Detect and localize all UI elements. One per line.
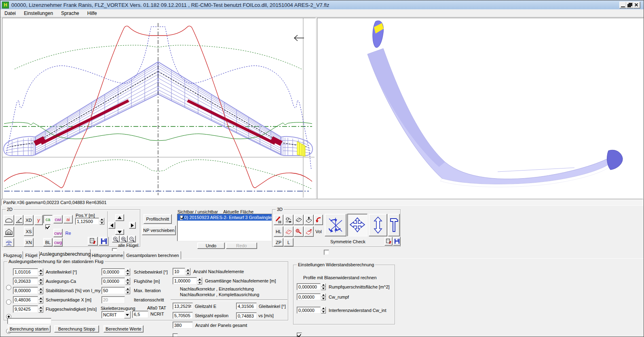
blasenwiderstand-checkbox[interactable]	[297, 333, 302, 337]
stabilitaetsmass-spinner[interactable]	[38, 287, 43, 294]
undo-3d-button[interactable]	[314, 215, 323, 225]
menu-hilfe[interactable]: Hilfe	[83, 10, 101, 17]
symmetrie-check-checkbox[interactable]	[324, 250, 329, 255]
zoom-in-button[interactable]	[112, 236, 120, 242]
close-button[interactable]	[633, 2, 640, 8]
panel-flat-button[interactable]	[294, 215, 304, 225]
surface-visible-checkbox[interactable]	[180, 215, 182, 219]
rumpfflaeche-input[interactable]	[297, 283, 321, 290]
umbrella-view-button[interactable]	[4, 238, 14, 247]
flughoehe-spinner[interactable]	[125, 278, 130, 285]
ncrit-value-input[interactable]	[132, 311, 148, 318]
stabilitaetsmass-input[interactable]	[13, 287, 38, 294]
cwg-toggle-button[interactable]: cwg	[53, 238, 63, 246]
nachlauf-laenge-spinner[interactable]	[197, 277, 202, 284]
geschwindigkeit-spinner[interactable]	[38, 305, 43, 313]
copy-plot-button[interactable]	[88, 237, 98, 246]
nachlauf-anzahl-spinner[interactable]	[186, 268, 190, 275]
l-button[interactable]: L	[284, 238, 293, 246]
ca-toggle-button[interactable]: ca	[43, 215, 53, 223]
rotate-3d-button[interactable]	[325, 214, 346, 236]
pan-left-button[interactable]	[108, 222, 115, 229]
posy-input[interactable]	[75, 218, 99, 225]
radio-auslegungs-ca[interactable]	[6, 299, 11, 305]
cwv-toggle-button[interactable]: cwv	[53, 229, 63, 237]
schwerpunkt-input[interactable]	[13, 296, 38, 303]
undo-button[interactable]: Undo	[197, 242, 225, 249]
re-toggle-button[interactable]: Re	[63, 229, 73, 237]
panel-red-button[interactable]	[284, 226, 293, 237]
zoom-reset-button[interactable]	[120, 236, 128, 242]
geschwindigkeit-input[interactable]	[13, 305, 38, 313]
rumpfflaeche-spinner[interactable]	[321, 283, 326, 290]
anstellwinkel-input[interactable]	[13, 268, 38, 276]
schiebewinkel-spinner[interactable]	[125, 268, 130, 276]
radio-anstellwinkel[interactable]	[6, 285, 11, 290]
menu-datei[interactable]: Datei	[0, 10, 20, 17]
tab-auslegungsberechnung[interactable]: Auslegungsberechnung	[40, 249, 91, 259]
schwerpunkt-spinner[interactable]	[38, 296, 43, 303]
np-verschieben-button[interactable]: NP verschieben	[142, 225, 176, 235]
title-bar[interactable]: H 00000, Lizenznehmer Frank Ranis, FLZ_V…	[0, 0, 644, 9]
hl-button[interactable]: HL	[274, 226, 283, 237]
vertical-move-button[interactable]	[369, 214, 387, 236]
cw-int-input[interactable]	[297, 307, 321, 314]
bl-toggle-button[interactable]: BL	[43, 238, 53, 246]
restore-button[interactable]	[626, 2, 633, 8]
minimize-button[interactable]	[619, 2, 627, 8]
pan-up-button[interactable]	[115, 214, 124, 221]
tab-gesamtpolaren[interactable]: Gesamtpolaren berechnen	[124, 251, 181, 259]
berechnete-werte-button[interactable]: Berechnete Werte	[103, 325, 144, 333]
tab-flugzeug[interactable]: Flugzeug	[2, 251, 23, 259]
hangar-view-button[interactable]	[4, 227, 14, 237]
ncrit-select[interactable]: NCRIT	[101, 311, 131, 318]
pan-down-button[interactable]	[115, 229, 124, 235]
zoom-out-button[interactable]	[128, 236, 136, 242]
menu-sprache[interactable]: Sprache	[57, 10, 83, 17]
airfoil-view-button[interactable]	[4, 215, 14, 225]
xd-button[interactable]: XD	[24, 215, 34, 225]
screw-button[interactable]	[294, 226, 304, 237]
ncrit-dropdown-arrow[interactable]	[124, 311, 131, 318]
auslegungs-ca-input[interactable]	[13, 278, 38, 285]
nk-einzel-checkbox[interactable]	[173, 333, 178, 337]
gamma-toggle-button[interactable]: γ	[34, 215, 43, 225]
copy-3d-button[interactable]	[384, 237, 393, 246]
panel-up-button[interactable]	[304, 215, 314, 225]
posy-spinner[interactable]	[99, 218, 104, 225]
surface-list-item[interactable]: 0) 20150923 ARES-2- Entwurf 3 Großwingle	[177, 214, 272, 221]
view-3d-panel[interactable]	[317, 18, 644, 199]
alpha-button[interactable]	[284, 215, 293, 225]
auslegungs-ca-spinner[interactable]	[38, 278, 43, 285]
plot-2d-panel[interactable]	[2, 18, 316, 199]
paint-button[interactable]	[274, 215, 283, 225]
flughoehe-input[interactable]	[101, 278, 125, 285]
zp-button[interactable]: ZP	[274, 238, 283, 246]
xs-button[interactable]: XS	[24, 227, 34, 236]
cwi-toggle-button[interactable]: cwi	[53, 215, 63, 223]
surface-listbox[interactable]: 0) 20150923 ARES-2- Entwurf 3 Großwingle	[177, 214, 272, 241]
anstellwinkel-spinner[interactable]	[38, 268, 43, 276]
tab-hilfsprogramme[interactable]: Hilfsprogramme	[91, 251, 124, 259]
nachlauf-anzahl-input[interactable]	[173, 268, 185, 275]
cw-rumpf-spinner[interactable]	[321, 293, 326, 300]
move-3d-button[interactable]	[347, 214, 367, 236]
hammer-button[interactable]	[388, 214, 400, 236]
max-iteration-input[interactable]	[101, 287, 125, 294]
ai-toggle-button[interactable]: ai	[63, 215, 73, 223]
redo-button[interactable]: Redo	[226, 242, 257, 249]
tab-fluegel[interactable]: Flügel	[23, 251, 40, 259]
profilschnitt-button[interactable]: Profilschnitt	[144, 214, 172, 224]
ca-checkbox[interactable]	[45, 224, 51, 230]
vol-button[interactable]: Vol	[314, 226, 323, 237]
schiebewinkel-input[interactable]	[101, 268, 125, 276]
max-iteration-spinner[interactable]	[125, 287, 130, 294]
menu-einstellungen[interactable]: Einstellungen	[20, 10, 57, 17]
cw-int-spinner[interactable]	[321, 307, 326, 314]
berechnung-stopp-button[interactable]: Berechnung Stopp	[54, 325, 99, 333]
berechnung-starten-button[interactable]: Berechnung starten	[8, 325, 51, 333]
xn-button[interactable]: XN	[24, 238, 34, 247]
angle-view-button[interactable]	[15, 215, 23, 225]
pan-right-button[interactable]	[129, 222, 136, 229]
save-3d-button[interactable]	[393, 237, 401, 246]
